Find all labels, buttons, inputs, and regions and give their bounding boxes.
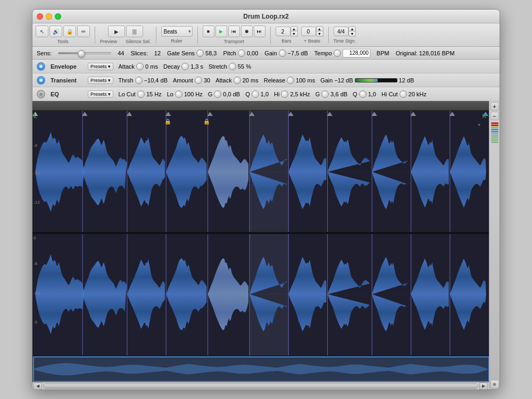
record-button[interactable]: ⏺ bbox=[241, 26, 253, 37]
beats-up-button[interactable]: ▲ bbox=[316, 26, 323, 31]
svg-text:-6: -6 bbox=[34, 261, 38, 266]
right-sidebar: + − ⊕ bbox=[489, 101, 500, 389]
minimize-button[interactable] bbox=[46, 13, 52, 20]
lock-tool-button[interactable]: 🔒 bbox=[63, 26, 76, 37]
beats-input[interactable] bbox=[301, 27, 316, 36]
bars-label: Bars bbox=[281, 38, 292, 44]
zoom-in-button[interactable]: + bbox=[491, 102, 499, 111]
eq-presets-arrow: ▾ bbox=[108, 92, 111, 97]
eq-lo-knob[interactable] bbox=[175, 90, 182, 98]
transient-release-value: 100 ms bbox=[296, 77, 315, 84]
eq-g-hi-knob[interactable] bbox=[321, 90, 329, 98]
eq-hi-cut-knob[interactable] bbox=[400, 90, 407, 98]
transient-thrsh-knob[interactable] bbox=[135, 77, 143, 84]
svg-text:R: R bbox=[482, 113, 486, 119]
bars-down-button[interactable]: ▼ bbox=[290, 31, 298, 37]
gain-knob[interactable] bbox=[279, 49, 286, 57]
scroll-left-button[interactable]: ◀ bbox=[34, 383, 42, 390]
zoom-fit-button[interactable]: ⊕ bbox=[491, 380, 499, 388]
waveform-canvas[interactable]: 0 -6 -12 -12 0 -6 -12 -6 bbox=[32, 111, 489, 355]
tempo-input[interactable] bbox=[343, 49, 370, 57]
ruler-select-wrapper[interactable]: Beats Bars Time Samples bbox=[161, 26, 193, 37]
eq-presets-label: Presets bbox=[90, 92, 107, 97]
envelope-stretch-knob[interactable] bbox=[229, 63, 236, 70]
eq-hi-knob[interactable] bbox=[281, 90, 288, 98]
eq-g-hi-value: 3,6 dB bbox=[330, 91, 347, 97]
envelope-decay-label: Decay bbox=[163, 63, 180, 70]
time-sign-down-button[interactable]: ▼ bbox=[348, 31, 356, 37]
bars-group: ▲ ▼ Bars bbox=[276, 26, 298, 44]
svg-text:🔒: 🔒 bbox=[164, 118, 171, 125]
tools-group: ↖ 🔊 🔒 ✏ Tools bbox=[36, 26, 90, 44]
back-button[interactable]: ⏮ bbox=[228, 26, 240, 37]
envelope-presets-button[interactable]: Presets ▾ bbox=[88, 63, 113, 70]
transient-release-knob[interactable] bbox=[287, 77, 294, 84]
sep2 bbox=[156, 27, 156, 44]
ruler-group: Beats Bars Time Samples Ruler bbox=[161, 26, 193, 44]
minimap[interactable] bbox=[32, 355, 489, 382]
time-sign-up-button[interactable]: ▲ bbox=[348, 26, 356, 31]
main-toolbar: ↖ 🔊 🔒 ✏ Tools ▶ ||| Preview Silence Sel. bbox=[32, 23, 500, 47]
eq-g-lo-knob[interactable] bbox=[214, 90, 221, 98]
transient-power-button[interactable] bbox=[37, 76, 45, 85]
beats-down-button[interactable]: ▼ bbox=[316, 31, 323, 37]
pencil-tool-button[interactable]: ✏ bbox=[77, 26, 90, 37]
eq-lo-cut-label: Lo Cut bbox=[119, 91, 136, 97]
meter-green-seg2 bbox=[491, 135, 498, 137]
play-button[interactable]: ▶ bbox=[215, 26, 227, 37]
tempo-knob[interactable] bbox=[334, 49, 341, 57]
time-sign-group: ▲ ▼ Time Sign. bbox=[334, 26, 356, 44]
eq-presets-button[interactable]: Presets ▾ bbox=[88, 90, 113, 98]
transient-attack-label: Attack bbox=[215, 77, 232, 84]
transient-gain-label: Gain bbox=[320, 77, 332, 84]
transient-attack-knob[interactable] bbox=[234, 77, 241, 84]
preview-button[interactable]: ▶ bbox=[108, 26, 125, 37]
sens-slider-thumb[interactable] bbox=[78, 50, 85, 57]
transient-amount-group: Amount 30 bbox=[173, 77, 210, 84]
pitch-knob[interactable] bbox=[238, 49, 245, 57]
bars-input[interactable] bbox=[276, 27, 290, 36]
transient-attack-value: 20 ms bbox=[243, 77, 259, 84]
ruler-select[interactable]: Beats Bars Time Samples bbox=[161, 26, 193, 37]
envelope-decay-knob[interactable] bbox=[181, 63, 189, 70]
zoom-out-button[interactable]: − bbox=[491, 112, 499, 120]
eq-q-hi-group: Q 1,0 bbox=[353, 90, 376, 98]
forward-button[interactable]: ⏭ bbox=[254, 26, 265, 37]
meter-green-seg bbox=[491, 133, 498, 135]
svg-rect-46 bbox=[32, 356, 489, 382]
waveform-main: 0 -6 -12 -12 0 -6 -12 -6 bbox=[32, 101, 489, 389]
eq-g-lo-group: G 0,0 dB bbox=[208, 90, 240, 98]
bars-up-button[interactable]: ▲ bbox=[290, 26, 298, 31]
sens-slider[interactable] bbox=[58, 52, 111, 54]
bars-stepper: ▲ ▼ bbox=[290, 26, 298, 37]
transient-presets-button[interactable]: Presets ▾ bbox=[88, 77, 113, 84]
maximize-button[interactable] bbox=[55, 13, 61, 20]
eq-q-lo-knob[interactable] bbox=[252, 90, 259, 98]
minimap-svg bbox=[32, 356, 489, 382]
sep1 bbox=[95, 27, 95, 44]
silence-sel-button[interactable]: ||| bbox=[126, 26, 143, 37]
scroll-right-button[interactable]: ▶ bbox=[479, 383, 488, 390]
eq-q-hi-knob[interactable] bbox=[359, 90, 367, 98]
scroll-thumb[interactable] bbox=[44, 384, 478, 388]
envelope-power-button[interactable] bbox=[37, 62, 45, 71]
envelope-attack-knob[interactable] bbox=[136, 63, 144, 70]
eq-lo-cut-knob[interactable] bbox=[137, 90, 145, 98]
eq-power-button[interactable] bbox=[37, 90, 45, 98]
transient-release-label: Release bbox=[264, 77, 285, 84]
title-bar: Drum Loop.rx2 bbox=[32, 10, 500, 23]
tempo-group: Tempo bbox=[314, 49, 370, 57]
close-button[interactable] bbox=[37, 13, 43, 20]
svg-text:+: + bbox=[478, 122, 480, 128]
speaker-tool-button[interactable]: 🔊 bbox=[49, 26, 62, 37]
transient-gain-group: Gain −12 dB 12 dB bbox=[320, 77, 414, 84]
select-tool-button[interactable]: ↖ bbox=[36, 26, 48, 37]
time-sign-input[interactable] bbox=[334, 27, 348, 36]
ruler-marks-container bbox=[32, 101, 489, 110]
envelope-attack-label: Attack bbox=[119, 63, 135, 70]
gate-sens-knob[interactable] bbox=[196, 49, 204, 57]
transient-amount-knob[interactable] bbox=[195, 77, 202, 84]
transient-amount-value: 30 bbox=[204, 77, 210, 84]
stop-button[interactable]: ■ bbox=[203, 26, 214, 37]
scroll-track[interactable] bbox=[43, 384, 478, 389]
